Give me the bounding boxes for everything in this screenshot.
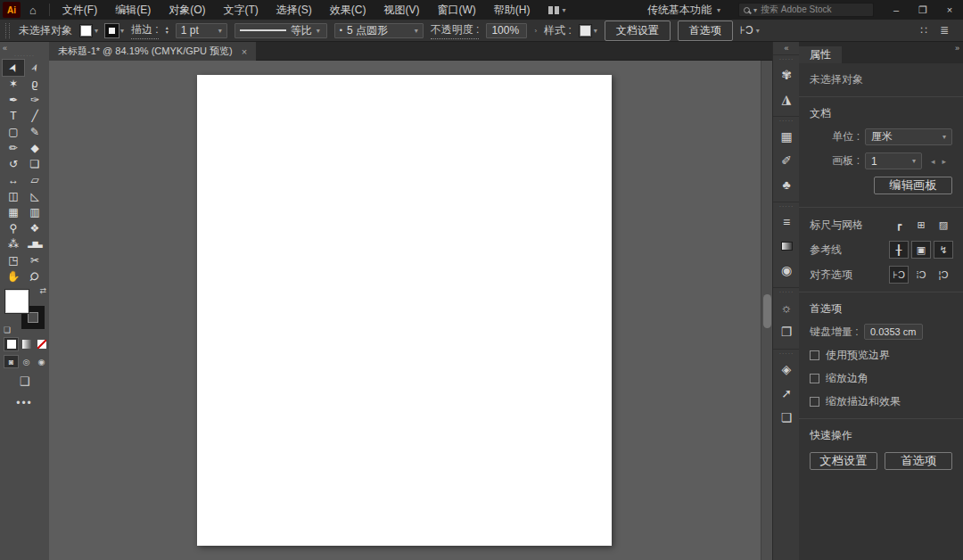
对象(O)[interactable]: 对象(O)	[160, 0, 214, 20]
edit-artboard-button[interactable]: 编辑画板	[874, 177, 952, 194]
document-tab[interactable]: 未标题-1* @ 84.19% (CMYK/GPU 预览) ×	[49, 42, 256, 61]
default-fill-stroke-icon[interactable]: ❏	[4, 325, 11, 334]
编辑(E)[interactable]: 编辑(E)	[106, 0, 160, 20]
edit-toolbar-icon[interactable]: •••	[0, 397, 49, 409]
artboard-nav-arrows[interactable]: ◂▸	[931, 157, 953, 166]
direct-selection-tool[interactable]: ➢	[24, 60, 45, 76]
opacity-input[interactable]: 100%	[486, 23, 527, 38]
stroke-color-control[interactable]: ▾	[105, 24, 124, 37]
line-segment-tool[interactable]: ╱	[24, 108, 45, 124]
color-button[interactable]	[4, 338, 18, 350]
stroke-width-select[interactable]: 1 pt ▾	[176, 23, 227, 38]
expand-dock-icon[interactable]: «	[773, 44, 800, 53]
zoom-tool[interactable]: Ϙ	[24, 268, 45, 284]
brush-select[interactable]: • 5 点圆形 ▾	[334, 23, 424, 38]
keyboard-increment-input[interactable]: 0.0353 cm	[864, 324, 923, 340]
style-swatch[interactable]	[579, 24, 592, 37]
width-tool[interactable]: ↔	[3, 172, 24, 188]
toolbar-grip[interactable]: ·······	[0, 53, 49, 59]
brushes-panel-icon[interactable]: ✐	[773, 148, 800, 172]
mesh-tool[interactable]: ▦	[3, 204, 24, 220]
eyedropper-tool[interactable]: ⚲	[3, 220, 24, 236]
transparency-panel-icon[interactable]: ◉	[773, 258, 800, 282]
shaper-tool[interactable]: ✏	[3, 140, 24, 156]
stroke-panel-link[interactable]: 描边 :	[131, 22, 159, 39]
draw-inside-icon[interactable]: ◉	[35, 356, 48, 367]
artboard-select[interactable]: 1 ▾	[865, 152, 922, 169]
stroke-width-stepper[interactable]: ▴▾	[166, 26, 169, 35]
stroke-panel-icon[interactable]: ≡	[773, 210, 800, 234]
style-select[interactable]: ▾	[579, 24, 597, 37]
artboard[interactable]	[197, 75, 612, 546]
artboards-panel-icon[interactable]: ➚	[773, 381, 800, 405]
free-transform-tool[interactable]: ▱	[24, 172, 45, 188]
snap-to-pixel-icon[interactable]: ¦Ɔ	[934, 267, 952, 283]
grid-icon[interactable]: ⊞	[912, 217, 930, 233]
show-guides-icon[interactable]: ╂	[890, 242, 908, 258]
symbol-sprayer-tool[interactable]: ⁂	[3, 236, 24, 252]
color-panel-icon[interactable]: ✾	[773, 62, 800, 86]
collapse-toolbar-icon[interactable]: «	[3, 44, 7, 53]
swatches-panel-icon[interactable]: ▦	[773, 124, 800, 148]
grip-handle[interactable]	[5, 23, 10, 38]
swap-fill-stroke-icon[interactable]: ⇄	[39, 286, 46, 295]
选择(S)[interactable]: 选择(S)	[268, 0, 321, 20]
perspective-grid-tool[interactable]: ◺	[24, 188, 45, 204]
lasso-tool[interactable]: ϱ	[24, 76, 45, 92]
smart-guides-icon[interactable]: ↯	[934, 242, 952, 258]
preferences-button[interactable]: 首选项	[678, 21, 733, 41]
paintbrush-tool[interactable]: ✎	[24, 124, 45, 140]
artboard-tool[interactable]: ◳	[3, 252, 24, 268]
type-tool[interactable]: T	[3, 108, 24, 124]
snap-to-grid-icon[interactable]: ⁞Ɔ	[912, 267, 930, 283]
rotate-tool[interactable]: ↺	[3, 156, 24, 172]
symbols-panel-icon[interactable]: ♣	[773, 172, 800, 196]
gradient-button[interactable]	[20, 338, 33, 350]
asset-export-panel-icon[interactable]: ❏	[773, 405, 800, 429]
draw-normal-icon[interactable]: ◙	[4, 356, 18, 367]
restore-button[interactable]: ❐	[910, 0, 936, 20]
slice-tool[interactable]: ✂	[24, 252, 45, 268]
文字(T)[interactable]: 文字(T)	[215, 0, 268, 20]
帮助(H)[interactable]: 帮助(H)	[485, 0, 539, 20]
gradient-tool[interactable]: ▥	[24, 204, 45, 220]
draw-behind-icon[interactable]: ◎	[20, 356, 33, 367]
checkbox[interactable]	[810, 374, 819, 383]
rectangle-tool[interactable]: ▢	[3, 124, 24, 140]
chevron-right-icon[interactable]: ›	[534, 27, 537, 35]
rulers-icon[interactable]: ┏	[890, 217, 908, 233]
效果(C)[interactable]: 效果(C)	[321, 0, 375, 20]
workspace-switcher[interactable]: 传统基本功能 ▾	[638, 3, 729, 18]
quick-preferences-button[interactable]: 首选项	[885, 452, 952, 470]
transparency-grid-icon[interactable]: ▨	[934, 217, 952, 233]
collapse-panel-icon[interactable]: »	[955, 44, 959, 53]
home-icon[interactable]: ⌂	[21, 4, 45, 17]
curvature-tool[interactable]: ✑	[24, 92, 45, 108]
column-graph-tool[interactable]: ▂▆▃	[24, 236, 45, 252]
selection-tool[interactable]: ➤	[3, 60, 24, 76]
checkbox[interactable]	[810, 350, 819, 360]
shape-builder-tool[interactable]: ◫	[3, 188, 24, 204]
pen-tool[interactable]: ✒	[3, 92, 24, 108]
vertical-scrollbar[interactable]	[761, 61, 772, 560]
snap-to-point-icon[interactable]: ⊦Ɔ	[890, 267, 908, 283]
panel-menu-icon[interactable]: ≣	[940, 24, 949, 37]
blend-tool[interactable]: ❖	[24, 220, 45, 236]
eraser-tool[interactable]: ◆	[24, 140, 45, 156]
none-button[interactable]	[35, 338, 48, 350]
color-guide-panel-icon[interactable]: ◮	[773, 86, 800, 111]
fill-color-swatch[interactable]	[79, 24, 93, 37]
stroke-profile-select[interactable]: 等比 ▾	[235, 23, 327, 38]
stroke-color-swatch[interactable]	[105, 24, 119, 37]
checkbox[interactable]	[810, 397, 819, 407]
minimize-button[interactable]: –	[883, 0, 910, 20]
stock-search-input[interactable]: ▾ 搜索 Adobe Stock	[738, 3, 874, 17]
opacity-panel-link[interactable]: 不透明度 :	[431, 22, 480, 39]
文件(F)[interactable]: 文件(F)	[54, 0, 106, 20]
appearance-panel-icon[interactable]: ☼	[773, 295, 800, 319]
close-button[interactable]: ×	[936, 0, 963, 20]
canvas[interactable]	[49, 61, 761, 560]
app-grid-icon[interactable]: ∷	[920, 24, 927, 37]
lock-guides-icon[interactable]: ▣	[912, 242, 930, 258]
screen-mode-icon[interactable]: ❑	[0, 375, 49, 388]
